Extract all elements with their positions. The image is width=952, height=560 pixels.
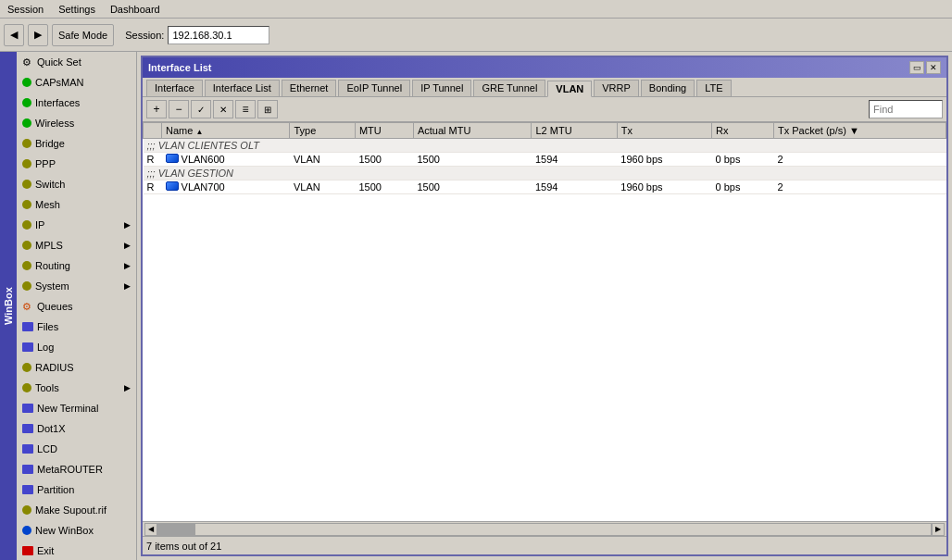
- sidebar-item-files[interactable]: Files: [17, 317, 136, 337]
- sidebar-item-quick-set[interactable]: ⚙ Quick Set: [17, 52, 136, 72]
- sidebar-item-partition[interactable]: Partition: [17, 479, 136, 500]
- sidebar-item-label: Tools: [35, 382, 59, 393]
- window-title: Interface List: [148, 62, 211, 73]
- sidebar-item-new-winbox[interactable]: New WinBox: [17, 520, 136, 541]
- col-tx-packet[interactable]: Tx Packet (p/s) ▼: [773, 123, 946, 139]
- menu-dashboard[interactable]: Dashboard: [103, 2, 168, 17]
- session-input[interactable]: [168, 26, 269, 44]
- sidebar-item-exit[interactable]: Exit: [17, 541, 136, 560]
- files-icon: [22, 322, 33, 331]
- find-input[interactable]: [869, 100, 943, 118]
- scroll-right-button[interactable]: ▶: [932, 523, 945, 536]
- disable-button[interactable]: ✕: [213, 100, 233, 118]
- mesh-icon: [22, 200, 31, 209]
- sidebar-item-metarouter[interactable]: MetaROUTER: [17, 459, 136, 479]
- add-button[interactable]: +: [146, 100, 167, 118]
- back-button[interactable]: ◀: [4, 24, 24, 46]
- window-titlebar: Interface List ▭ ✕: [143, 57, 946, 78]
- col-mtu[interactable]: MTU: [355, 123, 413, 139]
- menu-bar: Session Settings Dashboard: [0, 0, 952, 19]
- tab-bonding[interactable]: Bonding: [641, 80, 695, 96]
- remove-button[interactable]: −: [169, 100, 189, 118]
- sidebar-item-label: Switch: [35, 179, 65, 190]
- scroll-left-button[interactable]: ◀: [144, 523, 157, 536]
- sidebar-item-system[interactable]: System: [17, 276, 136, 296]
- row-rx: 0 bps: [711, 180, 773, 194]
- menu-settings[interactable]: Settings: [51, 2, 103, 17]
- row-actual-mtu: 1500: [413, 153, 532, 167]
- comment-button[interactable]: ≡: [235, 100, 256, 118]
- partition-icon: [22, 485, 33, 494]
- sidebar-item-ip[interactable]: IP: [17, 215, 136, 235]
- sidebar-item-label: Log: [37, 342, 54, 353]
- vlan-shape: [166, 154, 179, 163]
- sidebar-item-label: Partition: [37, 484, 74, 495]
- sidebar-item-log[interactable]: Log: [17, 337, 136, 357]
- col-name[interactable]: Name ▲: [162, 123, 290, 139]
- col-flag[interactable]: [144, 123, 162, 139]
- sidebar-item-wireless[interactable]: Wireless: [17, 113, 136, 133]
- sidebar-item-label: Queues: [37, 301, 73, 312]
- forward-button[interactable]: ▶: [28, 24, 48, 46]
- tab-lte[interactable]: LTE: [696, 80, 731, 96]
- col-l2-mtu[interactable]: L2 MTU: [532, 123, 617, 139]
- sidebar-item-new-terminal[interactable]: New Terminal: [17, 398, 136, 418]
- sidebar-item-interfaces[interactable]: Interfaces: [17, 93, 136, 113]
- filter-button[interactable]: ⊞: [257, 100, 278, 118]
- sidebar-item-dot1x[interactable]: Dot1X: [17, 418, 136, 439]
- col-rx[interactable]: Rx: [711, 123, 773, 139]
- tab-interface[interactable]: Interface: [146, 80, 203, 96]
- ppp-icon: [22, 159, 31, 168]
- menu-session[interactable]: Session: [0, 2, 51, 17]
- tab-gre-tunnel[interactable]: GRE Tunnel: [473, 80, 545, 96]
- sidebar-item-label: New Terminal: [37, 403, 98, 414]
- sidebar-item-ppp[interactable]: PPP: [17, 154, 136, 174]
- window-restore-button[interactable]: ▭: [909, 61, 924, 74]
- tab-ip-tunnel[interactable]: IP Tunnel: [412, 80, 471, 96]
- tab-vlan[interactable]: VLAN: [547, 81, 592, 97]
- horizontal-scrollbar[interactable]: ◀ ▶: [143, 521, 946, 536]
- sidebar-item-radius[interactable]: RADIUS: [17, 357, 136, 378]
- sidebar-item-switch[interactable]: Switch: [17, 174, 136, 194]
- tab-bar: Interface Interface List Ethernet EoIP T…: [143, 78, 946, 97]
- table-row[interactable]: R VLAN600 VLAN 1500 1500 1594 1: [144, 153, 946, 167]
- sidebar-item-capsman[interactable]: CAPsMAN: [17, 72, 136, 93]
- group-label-vlan-gestion: ;;; VLAN GESTION: [144, 167, 946, 180]
- safe-mode-button[interactable]: Safe Mode: [52, 24, 114, 46]
- col-tx[interactable]: Tx: [617, 123, 711, 139]
- sidebar-item-tools[interactable]: Tools: [17, 378, 136, 398]
- sidebar-item-queues[interactable]: ⚙ Queues: [17, 296, 136, 317]
- col-actual-mtu[interactable]: Actual MTU: [413, 123, 532, 139]
- exit-icon: [22, 546, 33, 555]
- sidebar-item-label: Interfaces: [35, 97, 80, 108]
- tab-interface-list[interactable]: Interface List: [205, 80, 280, 96]
- tab-ethernet[interactable]: Ethernet: [282, 80, 337, 96]
- ip-icon: [22, 220, 31, 230]
- col-type[interactable]: Type: [290, 123, 356, 139]
- sidebar-item-routing[interactable]: Routing: [17, 255, 136, 276]
- col-filter-icon: ▼: [849, 125, 859, 136]
- table-row[interactable]: R VLAN700 VLAN 1500 1500 1594 1: [144, 180, 946, 194]
- window-close-button[interactable]: ✕: [926, 61, 941, 74]
- enable-button[interactable]: ✓: [191, 100, 211, 118]
- sidebar-item-label: MPLS: [35, 240, 63, 251]
- row-flag: R: [144, 180, 162, 194]
- session-label: Session:: [125, 30, 164, 41]
- status-text: 7 items out of 21: [146, 541, 221, 552]
- vlan-shape: [166, 181, 179, 191]
- sort-arrow: ▲: [195, 128, 203, 136]
- sidebar-item-mesh[interactable]: Mesh: [17, 194, 136, 215]
- tab-vrrp[interactable]: VRRP: [594, 80, 639, 96]
- dot1x-icon: [22, 424, 33, 433]
- scroll-thumb[interactable]: [158, 524, 195, 535]
- sidebar-item-label: RADIUS: [35, 362, 74, 373]
- sidebar-item-mpls[interactable]: MPLS: [17, 235, 136, 255]
- row-tx-packet: 2: [773, 180, 946, 194]
- sidebar-item-lcd[interactable]: LCD: [17, 439, 136, 459]
- sidebar-item-make-supout[interactable]: Make Supout.rif: [17, 500, 136, 520]
- tab-eoip-tunnel[interactable]: EoIP Tunnel: [338, 80, 410, 96]
- vlan-icon: [166, 154, 179, 163]
- scroll-track[interactable]: [157, 523, 932, 536]
- sidebar-item-label: System: [35, 280, 69, 292]
- sidebar-item-bridge[interactable]: Bridge: [17, 133, 136, 154]
